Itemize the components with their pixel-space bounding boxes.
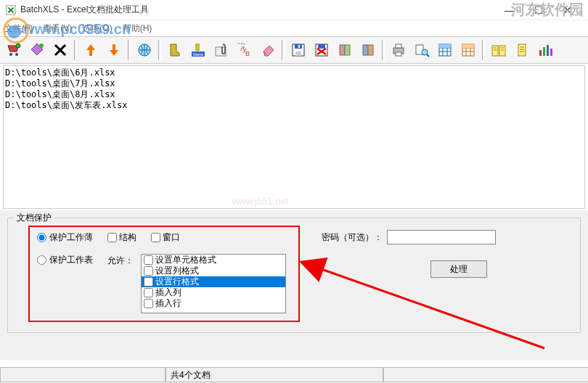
status-docs: 共4个文档 xyxy=(166,368,383,382)
window-title: BatchXLS - Excel文档批处理工具 xyxy=(20,4,495,16)
list-item[interactable]: 插入行 xyxy=(142,298,285,309)
svg-rect-27 xyxy=(518,44,526,56)
protect-worksheet-radio[interactable]: 保护工作表 xyxy=(37,254,93,266)
tool-down-icon[interactable] xyxy=(103,39,125,61)
tool-globe-icon[interactable] xyxy=(134,39,155,61)
status-cell xyxy=(0,368,166,382)
tool-name-icon[interactable]: Name xyxy=(187,39,209,61)
list-item[interactable]: 设置行格式 xyxy=(142,276,285,287)
password-label: 密码（可选）： xyxy=(322,231,383,244)
allow-label: 允许： xyxy=(107,254,134,267)
menubar: 文件(F) 查看(V) 选项(O) 帮助(H) xyxy=(0,20,588,36)
svg-rect-28 xyxy=(539,50,542,56)
svg-rect-29 xyxy=(543,47,545,56)
tool-eraser-icon[interactable] xyxy=(257,39,279,61)
tool-docs-icon[interactable] xyxy=(488,39,510,61)
app-icon xyxy=(6,5,16,15)
titlebar: BatchXLS - Excel文档批处理工具 — ☐ ✕ xyxy=(0,0,588,20)
svg-rect-26 xyxy=(499,46,505,56)
svg-text:B: B xyxy=(245,50,250,57)
list-item[interactable]: 设置列格式 xyxy=(142,265,285,276)
structure-checkbox[interactable]: 结构 xyxy=(107,231,136,244)
tool-up-icon[interactable] xyxy=(80,39,102,61)
statusbar: 共4个文档 xyxy=(0,367,588,383)
file-item[interactable]: D:\tools\桌面\8月.xlsx xyxy=(5,89,583,100)
tool-chart-icon[interactable] xyxy=(534,39,556,61)
list-item[interactable]: 设置单元格格式 xyxy=(142,255,285,265)
tool-book2-icon[interactable] xyxy=(357,39,379,61)
windows-checkbox[interactable]: 窗口 xyxy=(151,231,180,244)
tool-save-delete-icon[interactable] xyxy=(311,39,332,61)
file-item[interactable]: D:\tools\桌面\发车表.xlsx xyxy=(5,100,583,111)
process-button[interactable]: 处理 xyxy=(430,260,487,278)
protection-group: 文档保护 保护工作薄 结构 窗口 保护工作表 允许： 设置单元格格式 设置列格式… xyxy=(7,218,581,333)
svg-rect-24 xyxy=(462,44,474,48)
svg-point-1 xyxy=(9,53,12,56)
tool-sheet2-icon[interactable] xyxy=(457,39,479,61)
watermark-url: www.jb51.net xyxy=(232,196,288,207)
file-list[interactable]: D:\tools\桌面\6月.xlsx D:\tools\桌面\7月.xlsx … xyxy=(3,65,585,209)
tool-doc-icon[interactable] xyxy=(511,39,533,61)
file-item[interactable]: D:\tools\桌面\7月.xlsx xyxy=(5,78,583,89)
tool-save-icon[interactable] xyxy=(287,39,309,61)
group-legend: 文档保护 xyxy=(14,212,54,224)
file-item[interactable]: D:\tools\桌面\6月.xlsx xyxy=(5,67,583,78)
tool-attach-icon[interactable] xyxy=(211,39,232,61)
menu-options[interactable]: 选项(O) xyxy=(82,22,112,35)
tool-book1-icon[interactable] xyxy=(334,39,356,61)
toolbar: Name AB xyxy=(0,36,588,64)
svg-rect-15 xyxy=(318,44,325,49)
svg-point-2 xyxy=(15,53,18,56)
svg-rect-17 xyxy=(396,44,401,48)
svg-text:Name: Name xyxy=(193,52,203,57)
svg-rect-13 xyxy=(295,52,301,56)
tool-diamond-icon[interactable] xyxy=(26,39,48,61)
svg-rect-22 xyxy=(439,44,451,48)
svg-rect-30 xyxy=(547,45,549,56)
password-input[interactable] xyxy=(387,230,496,244)
tool-boot-icon[interactable] xyxy=(164,39,186,61)
menu-help[interactable]: 帮助(H) xyxy=(123,22,152,35)
highlight-box: 保护工作薄 结构 窗口 保护工作表 允许： 设置单元格格式 设置列格式 设置行格… xyxy=(28,226,300,322)
svg-point-20 xyxy=(422,49,428,55)
tool-delete-icon[interactable] xyxy=(49,39,71,61)
svg-point-3 xyxy=(16,44,20,48)
protect-workbook-radio[interactable]: 保护工作薄 xyxy=(37,231,93,244)
tool-cart-icon[interactable] xyxy=(3,39,25,61)
menu-view[interactable]: 查看(V) xyxy=(43,22,72,35)
svg-rect-31 xyxy=(550,49,552,56)
tool-preview-icon[interactable] xyxy=(411,39,433,61)
svg-point-4 xyxy=(39,44,44,48)
svg-rect-18 xyxy=(396,52,401,56)
list-item[interactable]: 插入列 xyxy=(142,287,285,298)
watermark-text: 河东软件园 xyxy=(511,0,584,20)
tool-replace-icon[interactable]: AB xyxy=(234,39,256,61)
tool-print-icon[interactable] xyxy=(388,39,409,61)
status-cell xyxy=(383,368,588,382)
tool-sheet1-icon[interactable] xyxy=(434,39,456,61)
svg-rect-25 xyxy=(492,46,498,56)
allow-listbox[interactable]: 设置单元格格式 设置列格式 设置行格式 插入列 插入行 xyxy=(141,254,286,313)
svg-rect-8 xyxy=(216,47,226,56)
menu-file[interactable]: 文件(F) xyxy=(4,22,33,35)
